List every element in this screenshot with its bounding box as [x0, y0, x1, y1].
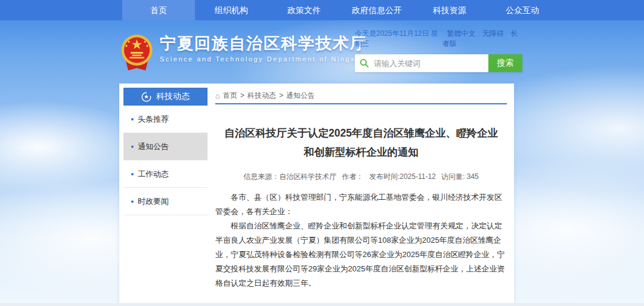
breadcrumb-separator: >: [279, 91, 283, 100]
national-emblem-logo: [120, 35, 154, 72]
meta-views: 访问量: 345: [441, 172, 479, 181]
sidebar-item-headline-recommend[interactable]: 头条推荐: [123, 106, 208, 133]
sidebar-title: 科技动态: [156, 91, 190, 102]
bullet-icon: [131, 200, 134, 203]
site-brand[interactable]: 宁夏回族自治区科学技术厅 Science and Technology Depa…: [120, 35, 367, 72]
meta-publish-date: 发布时间:2025-11-12: [369, 172, 436, 181]
sidebar-item-label: 工作动态: [138, 169, 169, 180]
bullet-icon: [131, 146, 134, 148]
link-accessibility[interactable]: 无障碍: [482, 29, 504, 38]
search-input[interactable]: [373, 58, 488, 69]
site-header: 宁夏回族自治区科学技术厅 Science and Technology Depa…: [0, 20, 644, 84]
nav-item-gov-info-disclosure[interactable]: 政府信息公开: [340, 0, 413, 20]
article-body: 各市、县（区）科技管理部门，宁东能源化工基地管委会，银川经济技术开发区管委会，各…: [215, 190, 507, 290]
star-circle-icon: [141, 92, 151, 102]
site-title: 宁夏回族自治区科学技术厅: [160, 35, 367, 53]
bullet-icon: [131, 118, 134, 120]
article-paragraph: 各市、县（区）科技管理部门，宁东能源化工基地管委会，银川经济技术开发区管委会，各…: [215, 190, 507, 219]
link-traditional-chinese[interactable]: 繁體中文: [447, 29, 475, 38]
sidebar-header: 科技动态: [123, 88, 208, 106]
sidebar-item-label: 时政要闻: [138, 196, 169, 207]
nav-item-public-interaction[interactable]: 公众互动: [486, 0, 559, 20]
article-title: 自治区科技厅关于认定2025年度自治区雏鹰企业、瞪羚企业 和创新型标杆企业的通知: [215, 123, 507, 162]
article-paragraph: 根据自治区雏鹰企业、瞪羚企业和创新型标杆企业认定管理有关规定，决定认定半亩良人农…: [215, 219, 507, 290]
search-button[interactable]: 搜索: [488, 54, 522, 72]
home-icon: ⌂: [215, 91, 220, 100]
breadcrumb-separator: >: [240, 91, 244, 100]
breadcrumb: ⌂ 首页 > 科技动态 > 通知公告: [215, 88, 507, 104]
top-navigation: 首页 组织机构 政策文件 政府信息公开 科技资源 公众互动: [0, 0, 644, 20]
breadcrumb-tech-news[interactable]: 科技动态: [247, 91, 276, 101]
search-icon: [360, 58, 369, 68]
sidebar-item-work-updates[interactable]: 工作动态: [123, 160, 208, 188]
breadcrumb-notices[interactable]: 通知公告: [286, 91, 315, 101]
nav-item-tech-resources[interactable]: 科技资源: [413, 0, 486, 20]
current-date: 今天是2025年11月12日 星期三: [355, 29, 442, 49]
bullet-icon: [131, 173, 134, 175]
sidebar-item-label: 通知公告: [138, 141, 169, 152]
sidebar-item-political-news[interactable]: 时政要闻: [123, 188, 208, 215]
site-subtitle: Science and Technology Department of Nin…: [160, 55, 367, 63]
sidebar-item-label: 头条推荐: [138, 114, 169, 125]
meta-source: 信息来源：自治区科学技术厅: [243, 172, 336, 181]
nav-item-organization[interactable]: 组织机构: [195, 0, 268, 20]
article-meta: 信息来源：自治区科学技术厅 作者： 发布时间:2025-11-12 访问量: 3…: [215, 172, 507, 182]
article-area: ⌂ 首页 > 科技动态 > 通知公告 自治区科技厅关于认定2025年度自治区雏鹰…: [215, 88, 507, 306]
breadcrumb-home[interactable]: 首页: [223, 91, 237, 101]
sidebar-item-notices[interactable]: 通知公告: [123, 133, 208, 160]
footer-strip: [0, 303, 644, 306]
meta-author: 作者：: [342, 172, 364, 181]
sidebar-tech-news: 科技动态 头条推荐 通知公告 工作动态 时政要闻: [123, 88, 208, 306]
content-card: 科技动态 头条推荐 通知公告 工作动态 时政要闻 ⌂ 首页 > 科技动态 > 通…: [119, 84, 514, 306]
nav-item-home[interactable]: 首页: [122, 0, 195, 20]
nav-item-policy-documents[interactable]: 政策文件: [268, 0, 340, 20]
